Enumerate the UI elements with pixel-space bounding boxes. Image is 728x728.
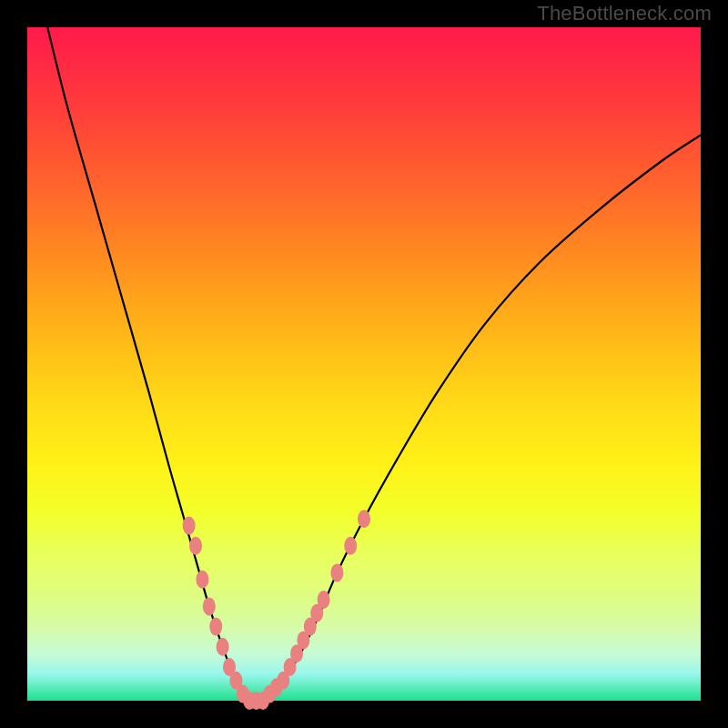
watermark-text: TheBottleneck.com (537, 2, 712, 25)
highlight-dot (318, 591, 330, 609)
chart-frame: TheBottleneck.com (0, 0, 728, 728)
highlight-dot (183, 517, 196, 535)
bottleneck-curve (47, 27, 701, 703)
highlight-dot (209, 618, 222, 636)
highlight-dot (358, 510, 370, 528)
highlight-dot (330, 563, 343, 581)
highlight-dots-group (183, 510, 370, 710)
highlight-dot (344, 537, 357, 555)
chart-overlay-svg (27, 27, 701, 701)
highlight-dot (196, 571, 208, 589)
highlight-dot (189, 537, 202, 555)
highlight-dot (217, 638, 229, 656)
highlight-dot (203, 597, 216, 615)
